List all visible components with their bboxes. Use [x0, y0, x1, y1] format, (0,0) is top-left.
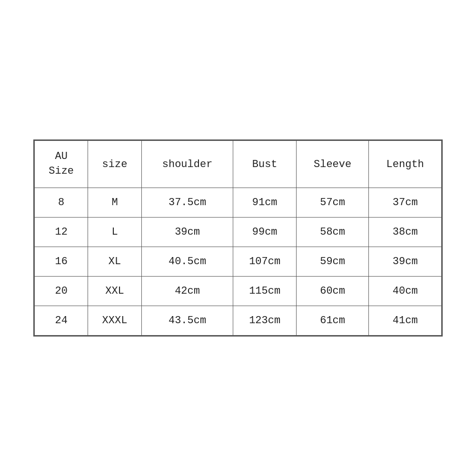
table-row: 24XXXL43.5cm123cm61cm41cm [35, 306, 442, 335]
cell-sleeve: 57cm [296, 188, 369, 217]
cell-shoulder: 40.5cm [141, 247, 233, 276]
cell-au: 12 [35, 217, 88, 247]
table-row: 12L39cm99cm58cm38cm [35, 217, 442, 247]
size-chart-wrapper: AU Size size shoulder Bust Sleeve Length… [33, 139, 443, 337]
cell-sleeve: 58cm [296, 217, 369, 247]
cell-shoulder: 43.5cm [141, 306, 233, 335]
cell-bust: 115cm [233, 276, 296, 306]
cell-sleeve: 59cm [296, 247, 369, 276]
cell-length: 40cm [369, 276, 442, 306]
header-length: Length [369, 141, 442, 188]
cell-bust: 107cm [233, 247, 296, 276]
cell-shoulder: 39cm [141, 217, 233, 247]
cell-length: 37cm [369, 188, 442, 217]
header-shoulder: shoulder [141, 141, 233, 188]
cell-au: 24 [35, 306, 88, 335]
cell-bust: 123cm [233, 306, 296, 335]
cell-sleeve: 60cm [296, 276, 369, 306]
cell-sleeve: 61cm [296, 306, 369, 335]
header-sleeve: Sleeve [296, 141, 369, 188]
header-au-size: AU Size [35, 141, 88, 188]
cell-length: 41cm [369, 306, 442, 335]
cell-length: 39cm [369, 247, 442, 276]
header-row: AU Size size shoulder Bust Sleeve Length [35, 141, 442, 188]
cell-au: 20 [35, 276, 88, 306]
size-chart-table: AU Size size shoulder Bust Sleeve Length… [34, 140, 442, 336]
cell-au: 8 [35, 188, 88, 217]
cell-size: XXXL [88, 306, 141, 335]
table-row: 20XXL42cm115cm60cm40cm [35, 276, 442, 306]
table-row: 8M37.5cm91cm57cm37cm [35, 188, 442, 217]
cell-size: XXL [88, 276, 141, 306]
table-row: 16XL40.5cm107cm59cm39cm [35, 247, 442, 276]
cell-size: XL [88, 247, 141, 276]
cell-size: L [88, 217, 141, 247]
cell-bust: 99cm [233, 217, 296, 247]
header-size: size [88, 141, 141, 188]
cell-bust: 91cm [233, 188, 296, 217]
header-bust: Bust [233, 141, 296, 188]
cell-shoulder: 42cm [141, 276, 233, 306]
cell-shoulder: 37.5cm [141, 188, 233, 217]
cell-length: 38cm [369, 217, 442, 247]
cell-size: M [88, 188, 141, 217]
cell-au: 16 [35, 247, 88, 276]
